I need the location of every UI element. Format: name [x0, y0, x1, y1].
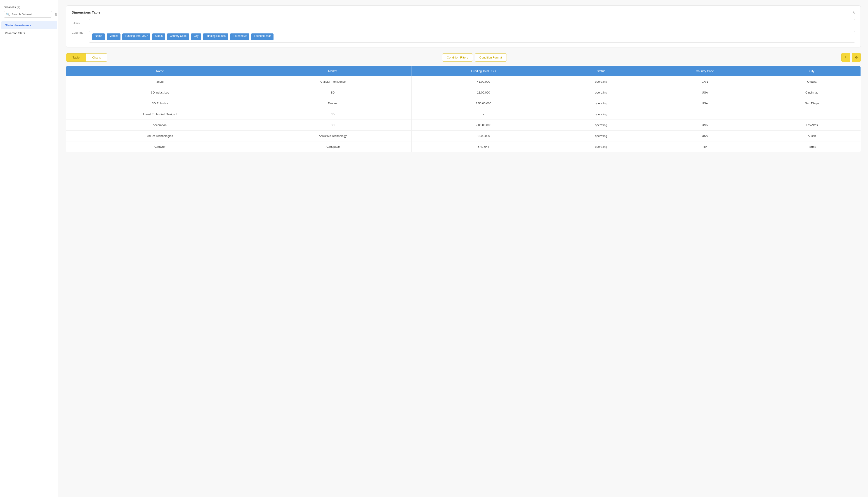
column-tag-funding-rounds[interactable]: Funding Rounds [203, 33, 228, 40]
sidebar-header: Datasets (2) 🔍 ⇅ [0, 4, 58, 20]
download-icon: ⬇ [844, 55, 848, 59]
cell-6-4: ITA [647, 141, 763, 152]
cell-0-1: Artificial Intelligence [254, 76, 411, 87]
sidebar-item-startup-investments[interactable]: Startup Investments [1, 21, 57, 29]
col-header-city: City [763, 66, 861, 76]
cell-2-5: San Diego [763, 98, 861, 109]
cell-5-1: Assisitive Technology [254, 131, 411, 141]
cell-1-0: 3D Industri.es [66, 87, 254, 98]
cell-2-4: USA [647, 98, 763, 109]
data-table: NameMarketFunding Total USDStatusCountry… [66, 66, 861, 152]
cell-6-2: 5,42,944 [411, 141, 555, 152]
cell-1-3: operating [555, 87, 647, 98]
cell-0-2: 41,00,000 [411, 76, 555, 87]
toolbar-right: ⬇ ⚙ [841, 53, 861, 62]
settings-button[interactable]: ⚙ [852, 53, 861, 62]
cell-5-0: AdBm Technologies [66, 131, 254, 141]
cell-5-5: Austin [763, 131, 861, 141]
cell-4-1: 3D [254, 120, 411, 131]
table-row: Abaad Embodied Design L3D-operating [66, 109, 861, 120]
app-container: Datasets (2) 🔍 ⇅ Startup Investments Pok… [0, 0, 868, 497]
search-input[interactable] [12, 13, 50, 16]
table-row: 3D RoboticsDrones3,50,00,000operatingUSA… [66, 98, 861, 109]
sidebar-item-pokemon-stats[interactable]: Pokemon Stats [1, 29, 57, 37]
column-tag-market[interactable]: Market [107, 33, 121, 40]
download-button[interactable]: ⬇ [841, 53, 850, 62]
filters-row: Filters [72, 19, 855, 27]
column-tag-city[interactable]: City [191, 33, 201, 40]
cell-2-0: 3D Robotics [66, 98, 254, 109]
columns-tags-container: NameMarketFunding Total USDStatusCountry… [89, 31, 855, 43]
column-tag-founded-at[interactable]: Founded At [230, 33, 249, 40]
dimensions-section: Dimensions Table ∧ Filters Columns NameM… [66, 5, 861, 47]
table-row: 360piArtificial Intelligence41,00,000ope… [66, 76, 861, 87]
settings-icon: ⚙ [855, 55, 858, 59]
cell-5-4: USA [647, 131, 763, 141]
column-tag-name[interactable]: Name [92, 33, 105, 40]
condition-format-button[interactable]: Condition Format [475, 53, 507, 62]
cell-3-4 [647, 109, 763, 120]
cell-2-1: Drones [254, 98, 411, 109]
section-title: Dimensions Table [72, 10, 100, 14]
columns-label: Columns [72, 31, 85, 34]
table-toolbar: Table Charts Condition Filters Condition… [66, 53, 861, 62]
cell-3-2: - [411, 109, 555, 120]
cell-3-1: 3D [254, 109, 411, 120]
filters-input[interactable] [89, 19, 855, 27]
cell-3-5 [763, 109, 861, 120]
table-section: Table Charts Condition Filters Condition… [66, 53, 861, 152]
table-row: 3D Industri.es3D12,00,000operatingUSACin… [66, 87, 861, 98]
column-tag-country-code[interactable]: Country Code [167, 33, 189, 40]
cell-0-0: 360pi [66, 76, 254, 87]
cell-4-2: 2,06,00,000 [411, 120, 555, 131]
cell-3-3: operating [555, 109, 647, 120]
tab-table[interactable]: Table [66, 54, 86, 61]
section-header: Dimensions Table ∧ [72, 10, 855, 14]
table-body: 360piArtificial Intelligence41,00,000ope… [66, 76, 861, 152]
cell-3-0: Abaad Embodied Design L [66, 109, 254, 120]
cell-1-5: Cincinnati [763, 87, 861, 98]
cell-6-5: Parma [763, 141, 861, 152]
tab-charts[interactable]: Charts [86, 54, 107, 61]
datasets-count: (2) [17, 5, 20, 9]
table-row: AeroDronAerospace5,42,944operatingITAPar… [66, 141, 861, 152]
cell-1-2: 12,00,000 [411, 87, 555, 98]
search-icon: 🔍 [6, 13, 10, 16]
main-content: Dimensions Table ∧ Filters Columns NameM… [59, 0, 868, 497]
chevron-up-icon[interactable]: ∧ [852, 10, 855, 14]
cell-5-2: 13,00,000 [411, 131, 555, 141]
cell-1-4: USA [647, 87, 763, 98]
sort-icon[interactable]: ⇅ [55, 13, 57, 16]
cell-6-0: AeroDron [66, 141, 254, 152]
cell-4-3: operating [555, 120, 647, 131]
datasets-title: Datasets (2) [4, 5, 55, 9]
search-container: 🔍 [4, 11, 52, 18]
columns-row: Columns NameMarketFunding Total USDStatu… [72, 31, 855, 43]
cell-0-5: Ottawa [763, 76, 861, 87]
cell-0-4: CAN [647, 76, 763, 87]
column-tag-status[interactable]: Status [152, 33, 165, 40]
cell-1-1: 3D [254, 87, 411, 98]
column-tag-funding-total-usd[interactable]: Funding Total USD [122, 33, 151, 40]
col-header-status: Status [555, 66, 647, 76]
column-tag-founded-year[interactable]: Founded Year [251, 33, 274, 40]
table-row: AdBm TechnologiesAssisitive Technology13… [66, 131, 861, 141]
cell-5-3: operating [555, 131, 647, 141]
cell-4-0: Accompani [66, 120, 254, 131]
toolbar-center: Condition Filters Condition Format [442, 53, 507, 62]
condition-filters-button[interactable]: Condition Filters [442, 53, 473, 62]
col-header-market: Market [254, 66, 411, 76]
tab-group: Table Charts [66, 53, 107, 62]
datasets-label: Datasets [4, 5, 16, 9]
dataset-list: Startup Investments Pokemon Stats [0, 21, 58, 37]
cell-0-3: operating [555, 76, 647, 87]
cell-6-1: Aerospace [254, 141, 411, 152]
filters-label: Filters [72, 22, 85, 25]
col-header-country-code: Country Code [647, 66, 763, 76]
cell-6-3: operating [555, 141, 647, 152]
sidebar: Datasets (2) 🔍 ⇅ Startup Investments Pok… [0, 0, 59, 497]
table-row: Accompani3D2,06,00,000operatingUSALos Al… [66, 120, 861, 131]
table-header-row: NameMarketFunding Total USDStatusCountry… [66, 66, 861, 76]
cell-2-3: operating [555, 98, 647, 109]
col-header-funding-total-usd: Funding Total USD [411, 66, 555, 76]
